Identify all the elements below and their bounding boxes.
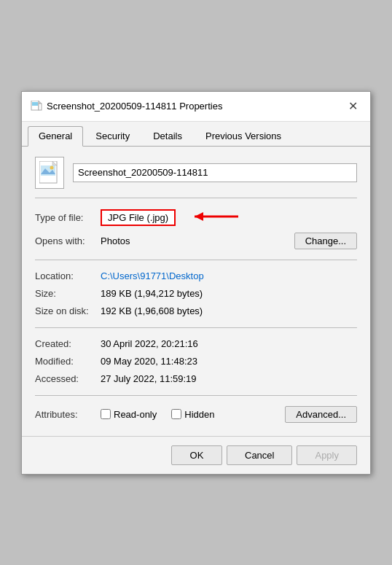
accessed-row: Accessed: 27 July 2022, 11:59:19: [35, 370, 357, 388]
separator-1: [35, 198, 357, 198]
tab-previous-versions[interactable]: Previous Versions: [195, 126, 292, 146]
apply-button[interactable]: Apply: [297, 445, 357, 465]
created-value: 30 April 2022, 20:21:16: [101, 338, 357, 349]
size-on-disk-row: Size on disk: 192 KB (1,96,608 bytes): [35, 303, 357, 320]
created-row: Created: 30 April 2022, 20:21:16: [35, 335, 357, 353]
tab-content: Type of file: JPG File (.jpg) Opens with…: [22, 147, 370, 436]
created-label: Created:: [35, 338, 101, 349]
size-label: Size:: [35, 288, 101, 299]
tab-security[interactable]: Security: [85, 126, 141, 146]
modified-row: Modified: 09 May 2020, 11:48:23: [35, 353, 357, 370]
location-value[interactable]: C:\Users\91771\Desktop: [101, 270, 357, 281]
attributes-label: Attributes:: [35, 409, 101, 420]
properties-dialog: Screenshot_20200509-114811 Properties ✕ …: [21, 91, 371, 475]
hidden-checkbox[interactable]: [171, 409, 181, 419]
title-bar-left: Screenshot_20200509-114811 Properties: [31, 101, 222, 112]
modified-label: Modified:: [35, 356, 101, 367]
readonly-checkbox-item[interactable]: Read-only: [101, 409, 157, 420]
checkbox-group: Read-only Hidden: [101, 409, 285, 420]
type-row: Type of file: JPG File (.jpg): [35, 206, 357, 230]
opens-with-value: Photos: [101, 235, 294, 246]
annotation-arrow: [187, 209, 246, 227]
opens-with-row: Opens with: Photos Change...: [35, 230, 357, 252]
location-row: Location: C:\Users\91771\Desktop: [35, 268, 357, 285]
dialog-footer: OK Cancel Apply: [22, 436, 370, 474]
svg-point-8: [50, 165, 54, 169]
hidden-checkbox-item[interactable]: Hidden: [171, 409, 214, 420]
type-value: JPG File (.jpg): [101, 209, 176, 226]
svg-rect-3: [39, 104, 42, 110]
size-row: Size: 189 KB (1,94,212 bytes): [35, 285, 357, 303]
file-name-input[interactable]: [73, 163, 357, 182]
readonly-checkbox[interactable]: [101, 409, 111, 419]
window-title: Screenshot_20200509-114811 Properties: [47, 101, 222, 112]
hidden-label: Hidden: [184, 409, 214, 420]
change-button[interactable]: Change...: [294, 233, 357, 249]
separator-2: [35, 260, 357, 260]
close-button[interactable]: ✕: [344, 98, 361, 115]
accessed-label: Accessed:: [35, 373, 101, 384]
svg-marker-2: [39, 101, 42, 104]
opens-with-label: Opens with:: [35, 235, 101, 246]
size-on-disk-value: 192 KB (1,96,608 bytes): [101, 305, 357, 316]
location-label: Location:: [35, 270, 101, 281]
svg-marker-10: [195, 212, 203, 221]
separator-4: [35, 395, 357, 396]
advanced-button[interactable]: Advanced...: [285, 406, 357, 423]
tab-general[interactable]: General: [28, 126, 83, 147]
readonly-label: Read-only: [114, 409, 157, 420]
size-value: 189 KB (1,94,212 bytes): [101, 288, 357, 299]
tab-bar: General Security Details Previous Versio…: [22, 122, 370, 147]
accessed-value: 27 July 2022, 11:59:19: [101, 373, 357, 384]
attributes-row: Attributes: Read-only Hidden Advanced...: [35, 403, 357, 426]
size-on-disk-label: Size on disk:: [35, 305, 101, 316]
file-icon-box: [35, 157, 64, 189]
title-file-icon: [31, 101, 42, 112]
separator-3: [35, 327, 357, 328]
ok-button[interactable]: OK: [171, 445, 222, 465]
title-bar: Screenshot_20200509-114811 Properties ✕: [22, 92, 370, 122]
file-type-icon: [39, 161, 60, 184]
modified-value: 09 May 2020, 11:48:23: [101, 356, 357, 367]
svg-rect-1: [32, 102, 38, 106]
cancel-button[interactable]: Cancel: [227, 445, 292, 465]
type-label: Type of file:: [35, 212, 101, 223]
file-header: [35, 157, 357, 189]
tab-details[interactable]: Details: [142, 126, 193, 146]
type-value-container: JPG File (.jpg): [101, 209, 357, 227]
